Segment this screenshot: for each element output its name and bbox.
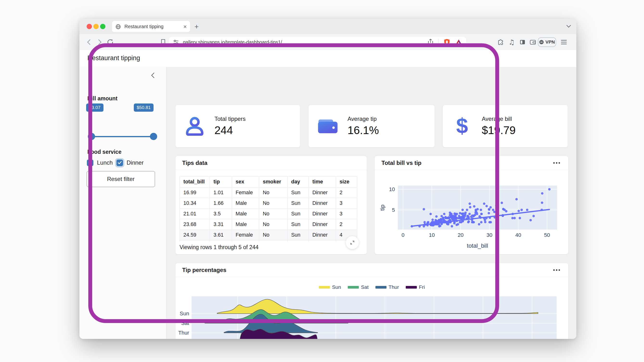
menu-icon[interactable] — [560, 38, 568, 46]
bat-icon[interactable] — [455, 39, 462, 46]
chevron-down-icon[interactable] — [566, 24, 571, 29]
tab-strip: Restaurant tipping × + — [80, 19, 576, 34]
scatter-point — [432, 218, 434, 221]
slider-handle-min[interactable] — [88, 133, 95, 140]
table-cell: 2 — [336, 188, 357, 198]
back-icon[interactable] — [85, 38, 94, 46]
table-cell: Dinner — [309, 188, 336, 198]
slider-handle-max[interactable] — [150, 133, 157, 140]
scatter-point — [488, 212, 490, 214]
window-zoom-button[interactable] — [100, 24, 106, 29]
table-cell: 3.61 — [210, 230, 232, 240]
table-cell: Sun — [288, 230, 309, 240]
window-minimize-button[interactable] — [94, 24, 99, 29]
share-icon[interactable] — [428, 38, 434, 46]
column-header[interactable]: smoker — [259, 176, 288, 188]
table-row[interactable]: 10.341.66MaleNoSunDinner3 — [180, 198, 357, 209]
sidebar-collapse-icon[interactable] — [151, 72, 155, 80]
ellipsis-icon[interactable] — [552, 268, 562, 272]
x-tick-label: 0 — [402, 232, 404, 238]
x-tick-label: 10 — [429, 232, 435, 238]
scatter-point — [460, 217, 463, 219]
vpn-button[interactable]: VPN — [538, 37, 556, 47]
forward-icon[interactable] — [95, 38, 104, 46]
scatter-point — [435, 215, 438, 218]
column-header[interactable]: time — [309, 176, 336, 188]
bill-amount-slider[interactable] — [92, 136, 154, 137]
table-cell: 1.01 — [210, 188, 232, 198]
vpn-label: VPN — [545, 40, 555, 45]
table-cell: 24.59 — [180, 230, 210, 240]
tune-icon[interactable] — [173, 39, 179, 45]
extensions-icon[interactable] — [496, 38, 505, 46]
ridgeline-plot[interactable]: SunSatThurFri0.10.20.30.40.50.60.7 — [176, 277, 568, 339]
url-bar[interactable]: gallery.shinyapps.io/template-dashboard-… — [169, 37, 466, 48]
browser-tab[interactable]: Restaurant tipping × — [112, 21, 190, 32]
table-header-row: total_billtipsexsmokerdaytimesize — [180, 176, 357, 188]
table-row[interactable]: 23.683.31MaleNoSunDinner2 — [180, 219, 357, 230]
close-icon[interactable]: × — [184, 24, 187, 30]
scatter-point — [451, 225, 453, 228]
table-cell: No — [259, 209, 288, 219]
column-header[interactable]: day — [288, 176, 309, 188]
new-tab-icon[interactable]: + — [194, 22, 199, 31]
card-title: Tips data — [182, 160, 360, 166]
scatter-point — [459, 221, 461, 223]
value-box-title: Average bill — [482, 116, 516, 122]
dinner-checkbox[interactable] — [116, 160, 123, 166]
scatter-point — [480, 221, 482, 223]
globe-icon — [115, 24, 121, 30]
expand-table-button[interactable] — [346, 236, 359, 249]
scatter-plot[interactable]: 01020304050510total_billtip — [375, 170, 568, 254]
reset-filter-button[interactable]: Reset filter — [87, 171, 155, 187]
main-panel: Total tippers 244 Average tip 16.1% $ A — [166, 67, 576, 339]
scatter-point — [520, 209, 523, 211]
slider-max-badge: $50.81 — [134, 104, 154, 112]
media-icon[interactable]: ♫ — [507, 38, 516, 46]
table-row[interactable]: 24.593.61FemaleNoSunDinner4 — [180, 230, 357, 240]
scatter-point — [493, 211, 496, 213]
table-row[interactable]: 16.991.01FemaleNoSunDinner2 — [180, 188, 357, 198]
scatter-point — [541, 192, 544, 195]
scatter-point — [473, 205, 475, 208]
column-header[interactable]: total_bill — [180, 176, 210, 188]
app-header: Restaurant tipping — [80, 50, 576, 67]
scatter-point — [452, 217, 454, 219]
bookmark-icon[interactable] — [159, 38, 168, 46]
reload-icon[interactable] — [106, 38, 114, 46]
table-cell: Dinner — [309, 219, 336, 230]
ellipsis-icon[interactable] — [552, 161, 562, 165]
window-close-button[interactable] — [87, 24, 92, 29]
scatter-point — [490, 206, 492, 209]
scatter-point — [502, 208, 505, 210]
table-cell: 1.66 — [210, 198, 232, 209]
column-header[interactable]: sex — [232, 176, 259, 188]
scatter-point — [426, 222, 429, 224]
scatter-point — [478, 223, 480, 226]
lunch-checkbox[interactable] — [87, 160, 94, 166]
sidebar-panel-icon[interactable] — [518, 38, 527, 46]
value-box-title: Average tip — [348, 116, 379, 122]
scatter-point — [496, 209, 498, 211]
browser-toolbar: gallery.shinyapps.io/template-dashboard-… — [80, 34, 576, 50]
column-header[interactable]: tip — [210, 176, 232, 188]
value-box-average-bill: $ Average bill $19.79 — [442, 105, 568, 148]
food-service-label: Food service — [87, 149, 122, 155]
table-cell: 2 — [336, 219, 357, 230]
scatter-point — [447, 223, 449, 226]
browser-window: Restaurant tipping × + gallery.shinyapps… — [80, 19, 576, 339]
scatter-point — [500, 202, 503, 204]
scatter-point — [454, 215, 456, 217]
scatter-point — [471, 221, 473, 223]
wallet-toolbar-icon[interactable] — [528, 38, 537, 46]
tip-percentages-card: Tip percentages SunSatThurFri SunSatThur… — [175, 263, 568, 339]
table-cell: Female — [232, 230, 259, 240]
brave-shield-icon[interactable] — [444, 38, 450, 46]
scatter-point — [468, 202, 471, 205]
value-box-value: 16.1% — [348, 124, 379, 137]
column-header[interactable]: size — [336, 176, 357, 188]
table-row[interactable]: 21.013.5MaleNoSunDinner3 — [180, 209, 357, 219]
scatter-point — [461, 209, 464, 211]
url-text[interactable]: gallery.shinyapps.io/template-dashboard-… — [183, 40, 428, 45]
scatter-point — [541, 202, 543, 204]
